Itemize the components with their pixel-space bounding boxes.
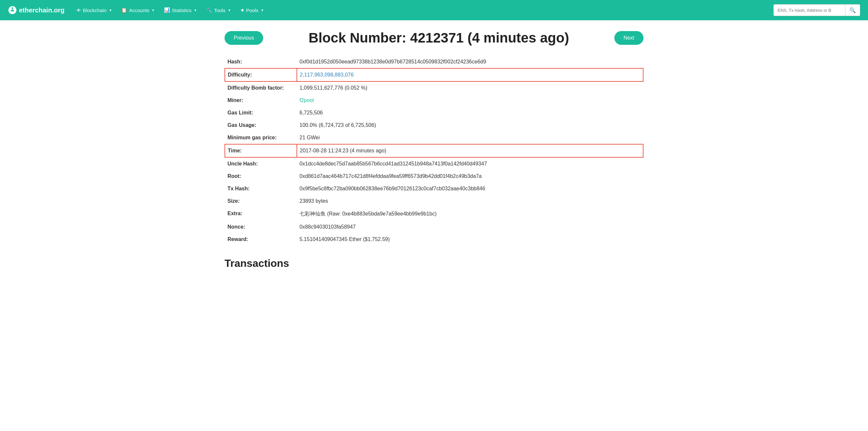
- accounts-icon: 📋: [121, 7, 127, 13]
- difficulty-value-text: 2,117,963,098,883,076: [300, 72, 354, 77]
- statistics-caret-icon: ▼: [194, 8, 197, 12]
- nav-item-statistics[interactable]: 📊 Statistics ▼: [160, 5, 201, 16]
- field-value-uncle_hash: 0x1dcc4de8dec75d7aab85b567b6ccd41ad31245…: [297, 157, 643, 170]
- field-value-difficulty: 2,117,963,098,883,076: [297, 68, 643, 81]
- field-value-min_gas_price: 21 GWei: [297, 131, 643, 144]
- navbar: etherchain.org 👁 Blockchain ▼ 📋 Accounts…: [0, 0, 868, 20]
- nav-statistics-label: Statistics: [172, 7, 191, 13]
- statistics-icon: 📊: [164, 7, 170, 13]
- nav-item-accounts[interactable]: 📋 Accounts ▼: [117, 5, 159, 16]
- field-value-gas_usage: 100.0% (6,724,723 of 6,725,506): [297, 119, 643, 131]
- field-value-size: 23893 bytes: [297, 195, 643, 207]
- field-value-extra: 七彩神仙鱼 (Raw: 0xe4b883e5bda9e7a59ee4bb99e9…: [297, 207, 643, 221]
- field-value-reward: 5.151041409047345 Ether ($1,752.59): [297, 233, 643, 245]
- nav-item-tools[interactable]: 🔧 Tools ▼: [202, 5, 235, 16]
- field-label-uncle_hash: Uncle Hash:: [225, 157, 297, 170]
- nav-tools-label: Tools: [214, 7, 225, 13]
- table-row: Size:23893 bytes: [225, 195, 643, 207]
- search-bar: 🔍: [773, 4, 860, 16]
- nav-item-blockchain[interactable]: 👁 Blockchain ▼: [72, 5, 116, 16]
- field-value-gas_limit: 6,725,506: [297, 107, 643, 119]
- field-value-time: 2017-08-28 11:24:23 (4 minutes ago): [297, 144, 643, 157]
- nav-item-pools[interactable]: ★ Pools ▼: [236, 5, 268, 16]
- field-value-nonce: 0x88c94030103fa58947: [297, 221, 643, 233]
- field-label-difficulty_bomb: Difficulty Bomb factor:: [225, 81, 297, 94]
- tools-icon: 🔧: [206, 7, 212, 13]
- field-label-gas_usage: Gas Usage:: [225, 119, 297, 131]
- next-button[interactable]: Next: [614, 31, 644, 45]
- nav-blockchain-label: Blockchain: [83, 7, 107, 13]
- block-header: Previous Block Number: 4212371 (4 minute…: [224, 30, 644, 46]
- field-label-time: Time:: [225, 144, 297, 157]
- logo-text: etherchain.org: [19, 6, 64, 14]
- field-label-hash: Hash:: [225, 56, 297, 68]
- field-value-tx_hash: 0x9f5be5c8fbc72ba090bb062838ee76b9d70126…: [297, 183, 643, 195]
- transactions-title: Transactions: [224, 257, 644, 269]
- field-label-tx_hash: Tx Hash:: [225, 183, 297, 195]
- tools-caret-icon: ▼: [228, 8, 231, 12]
- field-label-nonce: Nonce:: [225, 221, 297, 233]
- table-row: Minimum gas price:21 GWei: [225, 131, 643, 144]
- nav-menu: 👁 Blockchain ▼ 📋 Accounts ▼ 📊 Statistics…: [72, 5, 771, 16]
- field-label-miner: Miner:: [225, 94, 297, 107]
- field-value-difficulty_bomb: 1,099,511,627,776 (0.052 %): [297, 81, 643, 94]
- field-label-reward: Reward:: [225, 233, 297, 245]
- search-input[interactable]: [773, 4, 845, 16]
- field-link-miner[interactable]: f2pool: [300, 97, 314, 103]
- nav-pools-label: Pools: [246, 7, 258, 13]
- nav-accounts-label: Accounts: [129, 7, 149, 13]
- table-row: Uncle Hash:0x1dcc4de8dec75d7aab85b567b6c…: [225, 157, 643, 170]
- table-row: Gas Limit:6,725,506: [225, 107, 643, 119]
- previous-button[interactable]: Previous: [224, 31, 263, 45]
- table-row: Miner:f2pool: [225, 94, 643, 107]
- table-row: Gas Usage:100.0% (6,724,723 of 6,725,506…: [225, 119, 643, 131]
- table-row: Extra:七彩神仙鱼 (Raw: 0xe4b883e5bda9e7a59ee4…: [225, 207, 643, 221]
- table-row: Root:0xd861d7aac464b717c421d8f4efddaa9fe…: [225, 170, 643, 183]
- table-row: Time:2017-08-28 11:24:23 (4 minutes ago): [225, 144, 643, 157]
- field-value-root: 0xd861d7aac464b717c421d8f4efddaa9fea59ff…: [297, 170, 643, 183]
- field-label-size: Size:: [225, 195, 297, 207]
- table-row: Difficulty Bomb factor:1,099,511,627,776…: [225, 81, 643, 94]
- block-detail-table: Hash:0xf0d1d1952d050eead97338b1238e0d97b…: [224, 56, 644, 245]
- blockchain-caret-icon: ▼: [108, 8, 112, 12]
- table-row: Tx Hash:0x9f5be5c8fbc72ba090bb062838ee76…: [225, 183, 643, 195]
- field-value-miner: f2pool: [297, 94, 643, 107]
- search-button[interactable]: 🔍: [845, 4, 860, 16]
- table-row: Difficulty:2,117,963,098,883,076: [225, 68, 643, 81]
- field-label-min_gas_price: Minimum gas price:: [225, 131, 297, 144]
- main-content: Previous Block Number: 4212371 (4 minute…: [205, 20, 663, 289]
- site-logo[interactable]: etherchain.org: [8, 6, 64, 15]
- block-title: Block Number: 4212371 (4 minutes ago): [263, 30, 614, 46]
- field-label-root: Root:: [225, 170, 297, 183]
- pools-icon: ★: [240, 7, 245, 13]
- table-row: Reward:5.151041409047345 Ether ($1,752.5…: [225, 233, 643, 245]
- table-row: Hash:0xf0d1d1952d050eead97338b1238e0d97b…: [225, 56, 643, 68]
- field-label-difficulty: Difficulty:: [225, 68, 297, 81]
- blockchain-icon: 👁: [76, 7, 81, 13]
- field-value-hash: 0xf0d1d1952d050eead97338b1238e0d97b67285…: [297, 56, 643, 68]
- pools-caret-icon: ▼: [260, 8, 264, 12]
- field-label-gas_limit: Gas Limit:: [225, 107, 297, 119]
- table-row: Nonce:0x88c94030103fa58947: [225, 221, 643, 233]
- field-label-extra: Extra:: [225, 207, 297, 221]
- accounts-caret-icon: ▼: [152, 8, 155, 12]
